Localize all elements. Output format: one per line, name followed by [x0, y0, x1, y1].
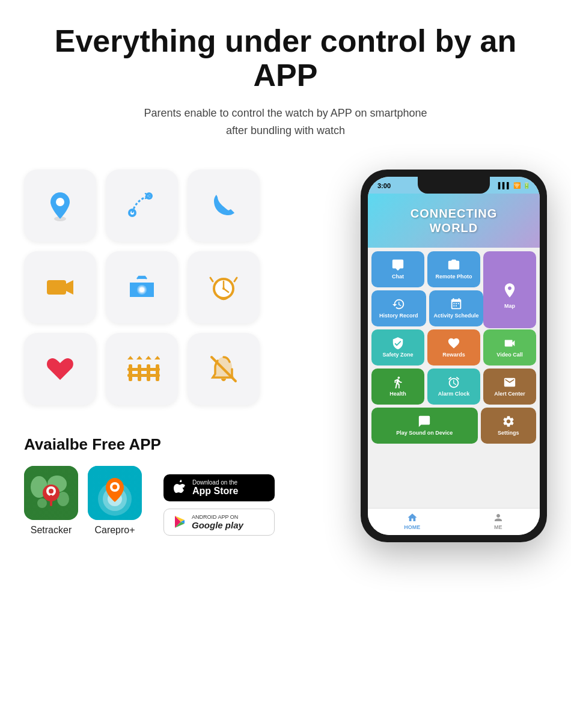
- setracker-app-item: Setracker: [24, 466, 78, 536]
- appstore-line2: App Store: [192, 486, 238, 497]
- svg-rect-41: [456, 305, 457, 307]
- app-rewards[interactable]: Rewards: [427, 329, 480, 366]
- alarm-clock-icon: [206, 269, 242, 305]
- svg-point-36: [112, 485, 117, 489]
- svg-rect-40: [453, 305, 454, 307]
- sub-title-line1: Parents enable to control the watch by A…: [144, 107, 427, 119]
- header-line2: WORLD: [411, 221, 497, 235]
- svg-rect-16: [129, 364, 132, 381]
- svg-point-1: [56, 198, 64, 206]
- app-video-call[interactable]: Video Call: [483, 329, 536, 366]
- bell-off-icon-tile: [188, 333, 260, 405]
- svg-rect-19: [156, 364, 159, 381]
- available-section: Avaialbe Free APP: [24, 435, 258, 536]
- app-health[interactable]: Health: [371, 369, 424, 405]
- app-alert-center[interactable]: Alert Center: [483, 369, 536, 405]
- svg-rect-6: [47, 280, 66, 295]
- app-row-5: Play Sound on Device Settings: [371, 408, 536, 444]
- heart-icon: [42, 351, 78, 387]
- svg-rect-17: [138, 364, 141, 381]
- status-icons: ▌▌▌ 🛜 🔋: [498, 182, 530, 189]
- googleplay-line1: ANDROID APP ON: [192, 514, 243, 520]
- googleplay-badge[interactable]: ANDROID APP ON Google play: [163, 509, 275, 536]
- camera-icon-tile: [106, 251, 178, 323]
- signal-icon: ▌▌▌: [498, 182, 511, 189]
- phone-mockup: 3:00 ▌▌▌ 🛜 🔋 CONNECTING WORLD: [361, 170, 547, 542]
- carepro-label: Carepro+: [94, 525, 135, 536]
- google-play-icon: [174, 515, 186, 528]
- location-pin-icon: [42, 188, 78, 224]
- store-badges: Download on the App Store: [163, 474, 275, 536]
- sub-title-line2: after bundling with watch: [226, 124, 345, 136]
- carepro-icon[interactable]: [88, 466, 142, 520]
- left-panel: Avaialbe Free APP: [24, 170, 258, 545]
- app-row-4: Health Alarm Clock Alert Center: [371, 369, 536, 405]
- video-icon-tile: [24, 251, 96, 323]
- app-settings[interactable]: Settings: [481, 408, 536, 444]
- app-chat[interactable]: Chat: [371, 251, 424, 287]
- icons-grid: [24, 170, 258, 405]
- location-icon-tile: [24, 170, 96, 242]
- available-title: Avaialbe Free APP: [24, 435, 258, 454]
- app-row-3: Safety Zone Rewards Video Call: [371, 329, 536, 366]
- fence-icon-tile: [106, 333, 178, 405]
- svg-point-30: [49, 489, 53, 494]
- content-area: Avaialbe Free APP: [24, 170, 547, 545]
- app-history[interactable]: History Record: [371, 290, 426, 326]
- app-activity[interactable]: Activity Schedule: [429, 290, 484, 326]
- bell-off-icon: [206, 351, 242, 387]
- tab-me[interactable]: ME: [493, 512, 504, 530]
- phone-call-icon: [206, 188, 242, 224]
- phone-icon-tile: [188, 170, 260, 242]
- setracker-label: Setracker: [31, 525, 72, 536]
- sub-title: Parents enable to control the watch by A…: [24, 105, 547, 139]
- directions-icon: [124, 188, 160, 224]
- camera-icon: [124, 269, 160, 305]
- svg-rect-18: [147, 364, 150, 381]
- phone-header: CONNECTING WORLD: [368, 194, 540, 248]
- svg-point-27: [37, 498, 47, 508]
- header-line1: CONNECTING: [411, 206, 497, 221]
- svg-point-10: [139, 287, 144, 292]
- alarm-icon-tile: [188, 251, 260, 323]
- googleplay-line2: Google play: [192, 520, 243, 530]
- svg-rect-39: [458, 303, 459, 304]
- fence-icon: [124, 351, 160, 387]
- directions-icon-tile: [106, 170, 178, 242]
- page-wrapper: Everything under control by an APP Paren…: [0, 0, 571, 581]
- heart-icon-tile: [24, 333, 96, 405]
- connecting-world-text: CONNECTING WORLD: [411, 206, 497, 235]
- svg-rect-38: [456, 303, 457, 304]
- phone-screen: 3:00 ▌▌▌ 🛜 🔋 CONNECTING WORLD: [368, 177, 540, 535]
- wifi-icon: 🛜: [513, 182, 521, 189]
- appstore-line1: Download on the: [192, 479, 238, 486]
- app-map[interactable]: Map: [483, 251, 536, 328]
- appstore-text: Download on the App Store: [192, 479, 238, 497]
- app-remote-photo[interactable]: Remote Photo: [427, 251, 480, 287]
- bottom-tab-bar: HOME ME: [368, 508, 540, 535]
- carepro-app-item: Carepro+: [88, 466, 142, 536]
- tab-home[interactable]: HOME: [404, 512, 420, 530]
- app-alarm-clock[interactable]: Alarm Clock: [427, 369, 480, 405]
- apple-icon: [173, 480, 186, 495]
- svg-rect-37: [453, 303, 454, 304]
- svg-point-15: [222, 287, 225, 290]
- appstore-badge[interactable]: Download on the App Store: [163, 474, 275, 501]
- app-grid: Chat Remote Photo Map: [368, 248, 540, 508]
- svg-rect-21: [127, 374, 160, 377]
- app-play-sound[interactable]: Play Sound on Device: [371, 408, 478, 444]
- battery-icon: 🔋: [523, 182, 530, 189]
- video-camera-icon: [42, 269, 78, 305]
- setracker-icon[interactable]: [24, 466, 78, 520]
- status-time: 3:00: [377, 182, 391, 189]
- app-safety-zone[interactable]: Safety Zone: [371, 329, 424, 366]
- svg-rect-20: [127, 368, 160, 371]
- googleplay-text: ANDROID APP ON Google play: [192, 514, 243, 530]
- apps-row: Setracker: [24, 466, 258, 536]
- phone-notch: [418, 177, 490, 194]
- main-title: Everything under control by an APP: [24, 24, 547, 93]
